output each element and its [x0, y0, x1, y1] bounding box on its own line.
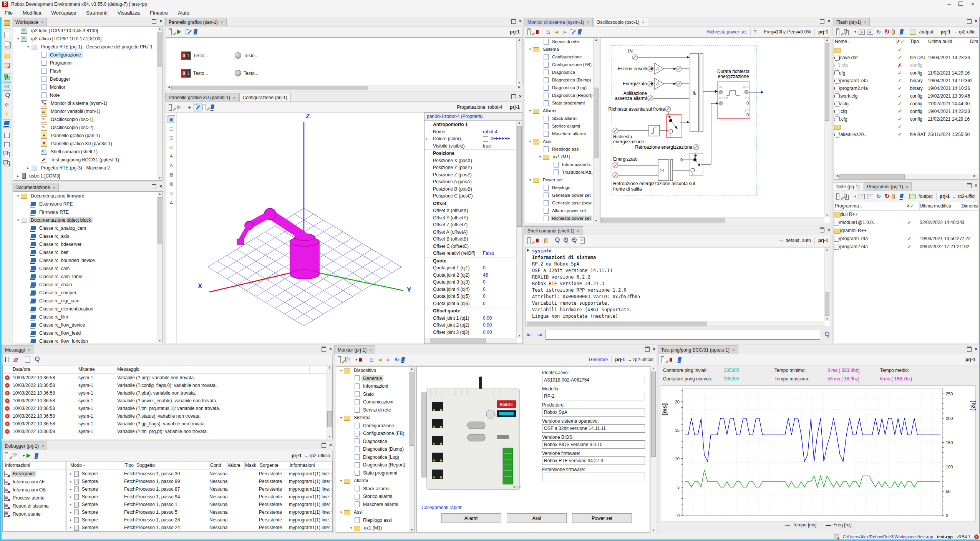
scrollbar[interactable]: ▲▼	[409, 367, 415, 532]
tree-item[interactable]: ▾ Assi	[336, 508, 415, 516]
tab-messages[interactable]: Messaggi	[2, 345, 33, 354]
home-icon[interactable]: ⌂	[544, 28, 552, 36]
open-windows-icon[interactable]	[3, 40, 11, 48]
tree-item[interactable]: Diagnostica (Dump)	[525, 76, 599, 84]
stop-icon[interactable]	[670, 356, 677, 363]
scrollbar[interactable]	[425, 338, 517, 344]
tab-close-icon[interactable]	[230, 95, 235, 100]
tree-item[interactable]: ▾ rp2-ufficio [TCP/IP 10.0.17.2:8100]	[13, 35, 163, 43]
property-row[interactable]: Offset B (offsetB)	[425, 236, 517, 243]
column-header[interactable]: Messaggio	[116, 365, 310, 373]
expander-icon[interactable]: ▾	[338, 416, 344, 420]
program-row[interactable]: ▾ Programmi R++	[834, 227, 978, 235]
tree-item[interactable]: Classe rc_elementlocation	[13, 305, 163, 313]
stop-icon[interactable]	[536, 237, 544, 244]
close-panel-icon[interactable]	[329, 442, 332, 448]
tab-workspace[interactable]: Workspace	[12, 18, 47, 26]
stop-icon[interactable]	[359, 356, 367, 363]
info-list-item[interactable]: Breakpoint	[3, 470, 65, 478]
file-row[interactable]: fb.cfg ✓ config 11/02/2021 14:29:16	[834, 69, 978, 77]
tree-item[interactable]: Riepilogo assi	[336, 516, 415, 524]
file-row[interactable]: cfgsave.dat ✓ file DAT 19/04/2021 14:23:…	[834, 54, 978, 61]
tools-icon[interactable]	[3, 61, 11, 69]
expander-icon[interactable]: ▸	[68, 524, 73, 531]
tree-item[interactable]: ▾ Assi	[525, 138, 599, 145]
tree-item[interactable]: Diagnostica	[336, 438, 415, 446]
3d-viewport[interactable]: Z X Y	[176, 113, 425, 343]
expander-icon[interactable]: ▾	[348, 526, 354, 530]
tab-close-icon[interactable]	[730, 347, 735, 353]
3d-tool-icon[interactable]: ◱	[167, 143, 175, 151]
tree-item[interactable]: Diagnostica (Log)	[336, 453, 415, 461]
float-panel-icon[interactable]	[967, 347, 972, 352]
tree-item[interactable]: Comunicazioni	[336, 398, 415, 406]
program-row[interactable]: ▸ myprogram1.r4a ✓ 19/04/2021 14:50:27 2…	[834, 235, 978, 243]
tree-item[interactable]: ▾ Documentazione object block	[13, 216, 163, 224]
run-icon[interactable]	[177, 103, 185, 111]
dropdown-icon[interactable]: ▾	[22, 452, 26, 460]
property-row[interactable]: Offset C (offsetC)	[425, 243, 517, 250]
expander-icon[interactable]: ▸	[68, 470, 73, 478]
field-value[interactable]: Robox SpA	[542, 408, 645, 417]
tab-system-monitor[interactable]: Monitor di sistema (sysm-1)	[524, 18, 593, 26]
float-panel-icon[interactable]	[322, 443, 326, 448]
tree-item[interactable]: Stack allarmi	[336, 485, 415, 493]
tree-item[interactable]: Richiesta power set	[525, 214, 599, 222]
tree-item[interactable]: Oscilloscopio (osc-1)	[13, 115, 163, 123]
close-panel-icon[interactable]	[827, 18, 830, 24]
column-header[interactable]: Tipo	[124, 461, 136, 469]
properties-icon[interactable]	[836, 28, 844, 36]
scrollbar[interactable]: ▲▼	[157, 192, 163, 343]
menu-item[interactable]: Aiuto	[178, 10, 189, 16]
property-row[interactable]: Posizione Z (posZ)	[425, 171, 517, 179]
breakpoint-row[interactable]: ▸ Sempre Fetch Processo 1, passo 24 Ness…	[66, 524, 332, 531]
pan-icon[interactable]	[544, 237, 552, 244]
breakpoint-row[interactable]: ▸ Sempre Fetch Processo 1, passo 1 Nessu…	[66, 501, 332, 508]
column-header[interactable]: Dime	[969, 38, 978, 45]
breakpoint-row[interactable]: ▸ Sempre Fetch Processo 1, passo 28 Ness…	[66, 516, 332, 524]
field-value[interactable]: OSF a 32bit versione 14.11.11	[542, 424, 645, 433]
tree-item[interactable]: Classe rc_bdeserver	[13, 240, 163, 248]
help-book-icon[interactable]	[900, 28, 908, 36]
tab-close-icon[interactable]	[584, 20, 589, 25]
close-panel-icon[interactable]	[975, 18, 977, 24]
tree-item[interactable]: Firmware RTE	[13, 208, 163, 216]
property-row[interactable]: Posizione B (posB)	[425, 186, 517, 193]
sync-icon[interactable]: ↻	[875, 28, 882, 36]
property-row[interactable]: Quota joint 2 (qj2) 45	[425, 272, 517, 279]
sync-icon[interactable]: ↻	[393, 356, 401, 363]
file-row[interactable]: df1.cfg ✗ config	[834, 61, 978, 69]
expander-icon[interactable]: ▸	[68, 501, 73, 508]
column-header[interactable]: Informazioni	[289, 461, 333, 469]
float-panel-icon[interactable]	[511, 19, 516, 24]
back-icon[interactable]: ◀	[553, 28, 560, 36]
file-row[interactable]: ▾ /fa ✓	[834, 46, 978, 54]
float-panel-icon[interactable]	[820, 19, 824, 24]
build-icon[interactable]: ≡	[866, 193, 874, 200]
scrollbar[interactable]: ▲▼	[824, 38, 830, 217]
tree-item[interactable]: Estensione RPE	[13, 200, 163, 208]
dropdown-icon[interactable]: ▾	[355, 356, 358, 363]
info-list-item[interactable]: Informazioni AF	[3, 478, 65, 486]
tab-shell[interactable]: Shell comandi (shell-1)	[524, 226, 583, 235]
scrollbar[interactable]	[526, 321, 824, 327]
tree-item[interactable]: Generale power set	[525, 191, 599, 199]
close-panel-icon[interactable]	[159, 18, 162, 24]
column-header[interactable]: Mask	[244, 461, 259, 469]
property-row[interactable]: Quota joint 1 (qj1) 0	[425, 264, 517, 272]
menu-item[interactable]: Strumenti	[86, 10, 108, 16]
run-icon[interactable]	[27, 452, 34, 460]
tree-item[interactable]: Maschere allarmi	[336, 501, 415, 509]
tab-close-icon[interactable]	[639, 20, 644, 25]
toolbar-separator[interactable]	[3, 129, 10, 130]
output-folder-icon[interactable]	[909, 28, 917, 36]
toolbar-separator[interactable]	[3, 28, 10, 30]
close-panel-icon[interactable]	[159, 184, 162, 189]
minimize-button[interactable]: ─	[947, 2, 951, 7]
tree-item[interactable]: Flash	[13, 67, 163, 75]
close-panel-icon[interactable]	[653, 346, 655, 352]
events-icon[interactable]	[3, 110, 11, 118]
property-row[interactable]: Posizione X (posX)	[425, 157, 517, 164]
property-row[interactable]: Offset joint 1 (oj1) 0.00	[425, 315, 517, 322]
log-icon[interactable]	[834, 534, 839, 539]
